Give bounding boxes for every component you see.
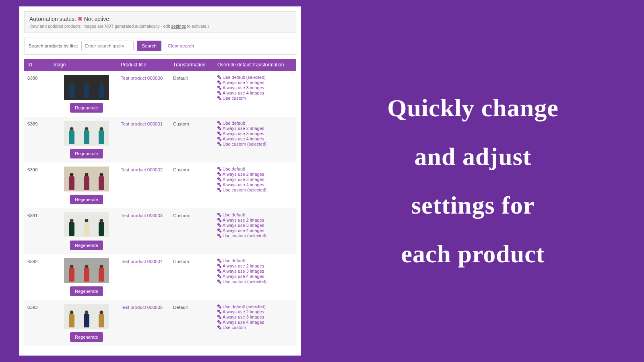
- status-x-icon: ✖: [78, 16, 83, 22]
- cell-transformation: Custom: [173, 121, 217, 126]
- override-always-3[interactable]: Always use 3 images: [217, 85, 296, 90]
- product-thumb: [64, 304, 109, 329]
- override-label: Always use 4 images: [223, 90, 264, 95]
- col-id: ID: [24, 62, 52, 68]
- cogs-icon: [217, 315, 221, 319]
- cogs-icon: [217, 183, 221, 187]
- override-label: Always use 3 images: [223, 223, 264, 228]
- override-label: Use custom: [223, 325, 246, 330]
- override-use-default[interactable]: Use default: [217, 121, 296, 125]
- override-always-2[interactable]: Always use 2 images: [217, 126, 296, 131]
- override-always-4[interactable]: Always use 4 images: [217, 274, 296, 279]
- cell-override: Use defaultAlways use 2 imagesAlways use…: [217, 258, 296, 284]
- override-always-3[interactable]: Always use 3 images: [217, 177, 296, 182]
- override-use-custom[interactable]: Use custom (selected): [217, 279, 296, 284]
- cogs-icon: [217, 177, 221, 181]
- automation-status: Automation status: ✖ Not active: [29, 16, 291, 22]
- product-title-link[interactable]: Test product 000005: [121, 304, 173, 310]
- cell-id: 6392: [24, 258, 52, 264]
- override-label: Always use 4 images: [223, 228, 264, 233]
- settings-link[interactable]: settings: [171, 24, 186, 29]
- cogs-icon: [217, 75, 221, 79]
- override-always-4[interactable]: Always use 4 images: [217, 320, 296, 325]
- regenerate-button[interactable]: Regenerate: [70, 241, 103, 250]
- override-label: Always use 2 images: [223, 126, 264, 131]
- override-always-4[interactable]: Always use 4 images: [217, 90, 296, 95]
- regenerate-button[interactable]: Regenerate: [70, 103, 103, 113]
- override-use-default[interactable]: Use default: [217, 167, 296, 171]
- override-label: Always use 4 images: [223, 320, 264, 325]
- override-always-2[interactable]: Always use 2 images: [217, 80, 296, 85]
- cogs-icon: [217, 269, 221, 273]
- product-title-link[interactable]: Test product 000002: [121, 167, 173, 172]
- cell-transformation: Custom: [173, 167, 217, 172]
- override-label: Use custom: [223, 96, 246, 101]
- override-always-3[interactable]: Always use 3 images: [217, 223, 296, 228]
- search-input[interactable]: [81, 41, 134, 51]
- table-row: 6388RegenerateTest product 000000Default…: [24, 71, 296, 117]
- product-title-link[interactable]: Test product 000004: [121, 258, 173, 264]
- regenerate-button[interactable]: Regenerate: [70, 195, 103, 204]
- app-window: Automation status: ✖ Not active (new and…: [19, 6, 301, 356]
- product-thumb: [64, 75, 109, 100]
- override-label: Use default (selected): [223, 304, 266, 309]
- cogs-icon: [217, 126, 221, 130]
- regenerate-button[interactable]: Regenerate: [70, 286, 103, 296]
- override-always-2[interactable]: Always use 2 images: [217, 263, 296, 268]
- cogs-icon: [217, 188, 221, 192]
- cogs-icon: [217, 86, 221, 90]
- product-title-link[interactable]: Test product 000003: [121, 212, 173, 218]
- table-header: ID Image Product title Transformation Ov…: [24, 59, 296, 71]
- override-always-4[interactable]: Always use 4 images: [217, 136, 296, 141]
- cogs-icon: [217, 320, 221, 324]
- cogs-icon: [217, 228, 221, 232]
- override-always-2[interactable]: Always use 2 images: [217, 309, 296, 314]
- override-use-custom[interactable]: Use custom: [217, 96, 296, 101]
- regenerate-button[interactable]: Regenerate: [70, 149, 103, 158]
- override-label: Use custom (selected): [223, 279, 266, 284]
- override-label: Always use 2 images: [223, 172, 264, 177]
- override-always-3[interactable]: Always use 3 images: [217, 131, 296, 136]
- search-button[interactable]: Search: [137, 41, 161, 51]
- override-use-default[interactable]: Use default: [217, 258, 296, 263]
- override-always-4[interactable]: Always use 4 images: [217, 182, 296, 187]
- override-always-3[interactable]: Always use 3 images: [217, 269, 296, 274]
- override-use-custom[interactable]: Use custom (selected): [217, 187, 296, 192]
- override-always-3[interactable]: Always use 3 images: [217, 315, 296, 319]
- table-body: 6388RegenerateTest product 000000Default…: [24, 71, 296, 346]
- cogs-icon: [217, 213, 221, 217]
- cogs-icon: [217, 304, 221, 309]
- override-use-custom[interactable]: Use custom (selected): [217, 233, 296, 238]
- cogs-icon: [217, 167, 221, 171]
- cogs-icon: [217, 137, 221, 141]
- override-always-2[interactable]: Always use 2 images: [217, 218, 296, 222]
- override-use-default[interactable]: Use default: [217, 212, 296, 217]
- cogs-icon: [217, 96, 221, 100]
- override-use-default[interactable]: Use default (selected): [217, 304, 296, 309]
- cogs-icon: [217, 91, 221, 95]
- override-label: Always use 4 images: [223, 274, 264, 279]
- table-row: 6389RegenerateTest product 000001CustomU…: [24, 117, 296, 162]
- override-label: Use default (selected): [223, 75, 266, 80]
- product-title-link[interactable]: Test product 000000: [121, 75, 173, 80]
- cell-override: Use defaultAlways use 2 imagesAlways use…: [217, 121, 296, 146]
- cogs-icon: [217, 132, 221, 136]
- table-row: 6393RegenerateTest product 000005Default…: [24, 300, 296, 346]
- status-note: (new and updated products' images are NO…: [29, 24, 291, 29]
- marketing-line3: settings for: [387, 181, 559, 230]
- marketing-line4: each product: [387, 230, 559, 278]
- regenerate-button[interactable]: Regenerate: [70, 332, 103, 342]
- override-use-default[interactable]: Use default (selected): [217, 75, 296, 80]
- override-always-4[interactable]: Always use 4 images: [217, 228, 296, 233]
- override-use-custom[interactable]: Use custom (selected): [217, 142, 296, 146]
- product-title-link[interactable]: Test product 000001: [121, 121, 173, 126]
- cell-image: Regenerate: [52, 167, 121, 204]
- cell-image: Regenerate: [52, 121, 121, 158]
- search-box: Search products by title: Search Clear s…: [24, 37, 296, 55]
- cell-id: 6393: [24, 304, 52, 310]
- override-use-custom[interactable]: Use custom: [217, 325, 296, 330]
- clear-search-link[interactable]: Clear search: [168, 43, 194, 48]
- override-always-2[interactable]: Always use 2 images: [217, 172, 296, 177]
- cell-override: Use defaultAlways use 2 imagesAlways use…: [217, 212, 296, 238]
- cell-transformation: Default: [173, 304, 217, 310]
